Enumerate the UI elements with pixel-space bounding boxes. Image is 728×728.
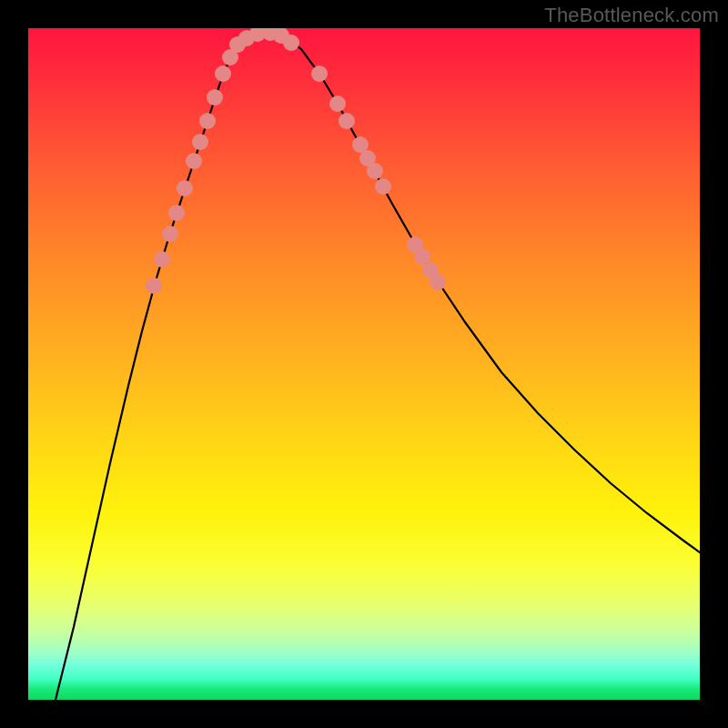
curve-svg: [28, 28, 700, 700]
marker-dot: [199, 113, 216, 129]
marker-dot: [207, 89, 223, 106]
curve-markers: [146, 28, 446, 294]
plot-area: [28, 28, 700, 700]
marker-dot: [177, 180, 193, 197]
marker-dot: [146, 278, 162, 294]
marker-dot: [375, 178, 391, 195]
watermark-text: TheBottleneck.com: [544, 4, 719, 27]
marker-dot: [283, 35, 299, 51]
marker-dot: [329, 96, 346, 112]
marker-dot: [414, 248, 430, 265]
marker-dot: [339, 113, 355, 129]
marker-dot: [311, 66, 328, 82]
marker-dot: [168, 205, 185, 221]
marker-dot: [215, 66, 231, 82]
marker-dot: [367, 163, 383, 179]
bottleneck-curve: [56, 31, 700, 700]
chart-stage: TheBottleneck.com: [0, 0, 728, 728]
marker-dot: [192, 134, 208, 150]
marker-dot: [186, 153, 202, 169]
marker-dot: [162, 226, 178, 242]
marker-dot: [430, 274, 446, 290]
marker-dot: [154, 251, 170, 268]
